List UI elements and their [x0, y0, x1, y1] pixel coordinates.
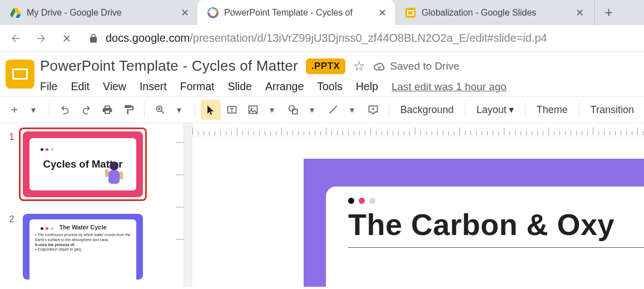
svg-rect-15 — [120, 172, 123, 179]
browser-tab[interactable]: PowerPoint Template - Cycles of ✕ — [197, 0, 395, 25]
slide-canvas[interactable]: The Carbon & Oxy — [192, 136, 644, 287]
svg-rect-11 — [293, 109, 297, 114]
menu-file[interactable]: File — [40, 80, 57, 93]
slide-number: 2 — [4, 214, 19, 287]
tab-title: Globalization - Google Slides — [422, 8, 569, 18]
speaker-notes-markers — [176, 128, 184, 287]
svg-point-12 — [110, 161, 118, 170]
horizontal-ruler[interactable] — [192, 123, 644, 136]
menu-format[interactable]: Format — [180, 80, 215, 93]
svg-rect-14 — [105, 169, 108, 177]
url-path: /presentation/d/13iVrZ99jU3Djnss0_zf44O8… — [190, 32, 547, 45]
url-host: docs.google.com — [106, 32, 190, 45]
slide-title: The Carbon & Oxy — [348, 207, 644, 248]
person-illustration — [103, 159, 125, 184]
slide-thumbnail[interactable]: Cycles of Matter — [19, 128, 147, 201]
background-button[interactable]: Background — [395, 104, 459, 116]
line-dropdown[interactable]: ▾ — [342, 100, 362, 120]
print-button[interactable] — [97, 100, 117, 120]
undo-button[interactable] — [55, 100, 75, 120]
last-edit-link[interactable]: Last edit was 1 hour ago — [392, 81, 507, 93]
comment-button[interactable] — [363, 100, 383, 120]
menu-insert[interactable]: Insert — [140, 80, 167, 93]
browser-tab[interactable]: My Drive - Google Drive ✕ — [0, 0, 197, 25]
save-status[interactable]: Saved to Drive — [373, 60, 459, 72]
close-icon[interactable]: ✕ — [574, 8, 584, 18]
lock-icon[interactable] — [87, 32, 100, 45]
menu-slide[interactable]: Slide — [228, 80, 252, 93]
menu-help[interactable]: Help — [356, 80, 378, 93]
filmstrip: 1 2 Cycles of Matter The Water Cycle — [0, 123, 184, 287]
close-icon[interactable]: ✕ — [377, 8, 387, 18]
toolbar: ▾ ▾ ▾ ▾ ▾ Background Layout▾ Theme Trans… — [0, 96, 644, 123]
cloud-done-icon — [373, 60, 385, 72]
new-slide-button[interactable] — [4, 100, 24, 120]
slides-icon — [405, 7, 416, 18]
svg-rect-13 — [108, 170, 120, 184]
back-button[interactable] — [4, 27, 27, 50]
browser-toolbar: docs.google.com/presentation/d/13iVrZ99j… — [0, 25, 644, 52]
close-icon[interactable]: ✕ — [180, 8, 190, 18]
line-tool[interactable] — [323, 100, 343, 120]
new-slide-dropdown[interactable]: ▾ — [23, 100, 43, 120]
zoom-button[interactable] — [150, 100, 170, 120]
app-header: PowerPoint Template - Cycles of Matter .… — [0, 52, 644, 96]
text-box-tool[interactable] — [222, 100, 242, 120]
chevron-down-icon: ▾ — [509, 104, 514, 116]
transition-button[interactable]: Transition — [585, 104, 640, 116]
workspace: 1 2 Cycles of Matter The Water Cycle — [0, 123, 644, 287]
menu-view[interactable]: View — [103, 80, 126, 93]
select-tool[interactable] — [201, 100, 221, 120]
slides-logo[interactable] — [6, 60, 34, 89]
tab-title: My Drive - Google Drive — [27, 8, 174, 18]
filmstrip-scrollbar[interactable] — [184, 123, 192, 287]
svg-point-9 — [251, 108, 252, 110]
new-tab-button[interactable]: + — [595, 0, 622, 25]
menu-bar: File Edit View Insert Format Slide Arran… — [40, 80, 637, 96]
slide-thumbnail[interactable]: The Water Cycle • The continuous process… — [19, 210, 147, 283]
paint-format-button[interactable] — [118, 100, 138, 120]
insert-image-button[interactable] — [243, 100, 263, 120]
svg-rect-4 — [405, 8, 415, 18]
layout-button[interactable]: Layout▾ — [471, 104, 519, 116]
redo-button[interactable] — [76, 100, 96, 120]
drive-icon — [10, 7, 21, 18]
forward-button[interactable] — [30, 27, 52, 50]
menu-tools[interactable]: Tools — [317, 80, 343, 93]
insert-image-dropdown[interactable]: ▾ — [262, 100, 282, 120]
canvas-area: The Carbon & Oxy — [192, 123, 644, 287]
svg-point-10 — [289, 106, 294, 111]
star-icon[interactable]: ☆ — [353, 58, 365, 74]
slide-number: 1 — [4, 132, 19, 214]
shape-dropdown[interactable]: ▾ — [302, 100, 322, 120]
shape-tool[interactable] — [283, 100, 303, 120]
save-status-text: Saved to Drive — [390, 60, 459, 72]
zoom-dropdown[interactable]: ▾ — [169, 100, 189, 120]
stop-reload-button[interactable] — [56, 27, 78, 50]
theme-button[interactable]: Theme — [531, 104, 573, 116]
address-bar[interactable]: docs.google.com/presentation/d/13iVrZ99j… — [106, 32, 547, 45]
tab-title: PowerPoint Template - Cycles of — [224, 8, 371, 18]
file-type-badge: .PPTX — [306, 58, 346, 74]
document-title[interactable]: PowerPoint Template - Cycles of Matter — [40, 57, 298, 75]
browser-tab[interactable]: Globalization - Google Slides ✕ — [395, 0, 592, 25]
slides-file-icon — [207, 7, 219, 18]
menu-edit[interactable]: Edit — [71, 80, 90, 93]
menu-arrange[interactable]: Arrange — [265, 80, 304, 93]
browser-tab-strip: My Drive - Google Drive ✕ PowerPoint Tem… — [0, 0, 644, 25]
svg-marker-1 — [16, 14, 21, 18]
